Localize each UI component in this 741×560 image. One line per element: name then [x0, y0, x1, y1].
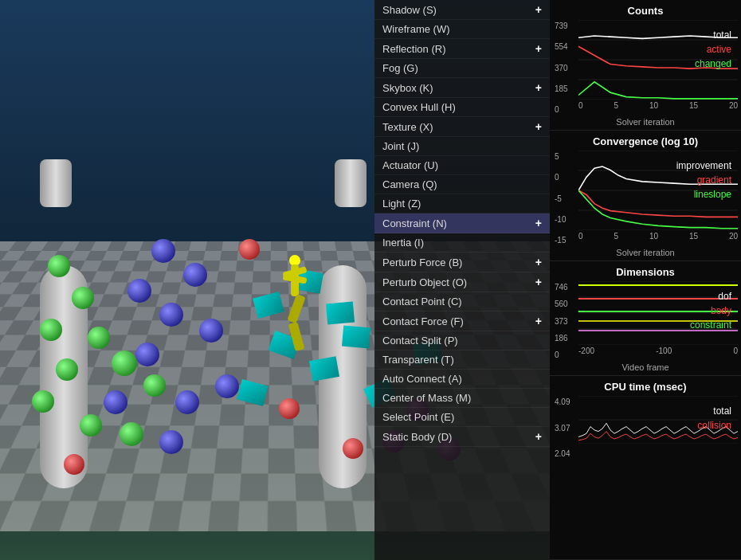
menu-item-texture--x-[interactable]: Texture (X)+	[374, 117, 550, 137]
counts-chart-section: Counts 739 554 370 185 0	[550, 0, 741, 131]
sphere-blue-2	[183, 263, 207, 287]
counts-x-axis: 0 5 10 15 20	[578, 101, 738, 116]
display-menu: Shadow (S)+Wireframe (W)Reflection (R)+F…	[374, 0, 550, 560]
menu-item-wireframe--w-[interactable]: Wireframe (W)	[374, 20, 550, 39]
menu-item-contact-force--f-[interactable]: Contact Force (F)+	[374, 311, 550, 331]
sphere-blue-7	[104, 390, 127, 414]
menu-item-actuator--u-[interactable]: Actuator (U)	[374, 156, 550, 175]
convergence-x-axis: 0 5 10 15 20	[578, 232, 738, 246]
cpu-chart-section: CPU time (msec) 4.09 3.07 2.04 total	[550, 376, 741, 560]
box-teal-8	[237, 379, 269, 406]
dimensions-chart-inner: dof body constraint	[578, 281, 738, 345]
sphere-blue-3	[127, 279, 151, 303]
menu-item-contact-point--c-[interactable]: Contact Point (C)	[374, 292, 550, 311]
menu-item-reflection--r-[interactable]: Reflection (R)+	[374, 39, 550, 59]
sphere-green-5	[56, 358, 78, 381]
right-panel: Counts 739 554 370 185 0	[550, 0, 741, 560]
sphere-red-2	[64, 454, 84, 475]
counts-chart-area: 739 554 370 185 0	[553, 20, 738, 116]
counts-chart-inner: total active changed	[578, 20, 738, 100]
menu-item-inertia--i-[interactable]: Inertia (I)	[374, 233, 550, 253]
viewport: Shadow (S)+Wireframe (W)Reflection (R)+F…	[0, 0, 550, 560]
sphere-green-6	[112, 350, 137, 376]
sphere-blue-8	[175, 390, 199, 414]
dimensions-title: Dimensions	[550, 264, 741, 281]
menu-item-select-point--e-[interactable]: Select Point (E)	[374, 408, 550, 427]
sphere-blue-4	[159, 303, 183, 327]
convergence-y-axis: 5 0 -5 -10 -15	[553, 151, 578, 246]
box-teal-3	[326, 302, 355, 325]
sphere-blue-10	[159, 430, 183, 454]
menu-item-convex-hull--h-[interactable]: Convex Hull (H)	[374, 98, 550, 117]
cpu-title: CPU time (msec)	[550, 379, 741, 396]
sphere-green-3	[40, 319, 62, 341]
sphere-blue-9	[215, 374, 239, 398]
counts-title: Counts	[550, 3, 741, 20]
cpu-y-axis: 4.09 3.07 2.04	[553, 396, 578, 460]
convergence-legend: improvement gradient lineslope	[676, 159, 731, 202]
sphere-green-10	[120, 422, 143, 446]
dimensions-x-label: Video frame	[550, 361, 741, 374]
menu-item-transparent--t-[interactable]: Transparent (T)	[374, 350, 550, 370]
cpu-legend: total collision	[697, 404, 731, 433]
sphere-green-7	[143, 374, 166, 397]
sphere-red-1	[239, 239, 260, 260]
menu-item-camera--q-[interactable]: Camera (Q)	[374, 175, 550, 194]
cpu-chart-inner: total collision	[578, 396, 738, 444]
menu-item-perturb-force--b-[interactable]: Perturb Force (B)+	[374, 253, 550, 272]
sphere-blue-1	[151, 239, 175, 263]
sphere-green-1	[48, 255, 70, 277]
dimensions-chart-area: 746 560 373 186 0	[553, 281, 738, 361]
convergence-chart-section: Convergence (log 10) 5 0 -5 -10 -15	[550, 131, 741, 261]
menu-item-fog--g-[interactable]: Fog (G)	[374, 59, 550, 78]
menu-item-perturb-object--o-[interactable]: Perturb Object (O)+	[374, 272, 550, 292]
cpu-chart-area: 4.09 3.07 2.04 total collision	[553, 396, 738, 460]
sphere-green-4	[88, 327, 110, 349]
sphere-green-8	[32, 390, 54, 413]
sphere-blue-5	[199, 319, 223, 343]
sphere-green-2	[72, 287, 94, 309]
dimensions-y-axis: 746 560 373 186 0	[553, 281, 578, 361]
sphere-red-4	[279, 398, 300, 419]
menu-item-joint--j-[interactable]: Joint (J)	[374, 137, 550, 156]
convergence-x-label: Solver iteration	[550, 246, 741, 259]
box-teal-6	[342, 326, 370, 349]
counts-x-label: Solver iteration	[550, 116, 741, 128]
menu-item-center-of-mass--m-[interactable]: Center of Mass (M)	[374, 389, 550, 408]
menu-item-skybox--k-[interactable]: Skybox (K)+	[374, 78, 550, 98]
dimensions-chart-section: Dimensions 746 560 373 186 0	[550, 261, 741, 376]
convergence-chart-area: 5 0 -5 -10 -15	[553, 151, 738, 246]
menu-item-light--z-[interactable]: Light (Z)	[374, 194, 550, 213]
dimensions-x-axis: -200 -100 0	[578, 347, 738, 361]
dimensions-legend: dof body constraint	[690, 289, 731, 332]
counts-y-axis: 739 554 370 185 0	[553, 20, 578, 116]
menu-item-static-body--d-[interactable]: Static Body (D)+	[374, 427, 550, 447]
menu-item-contact-split--p-[interactable]: Contact Split (P)	[374, 331, 550, 350]
sphere-blue-6	[135, 343, 159, 366]
menu-item-auto-connect--a-[interactable]: Auto Connect (A)	[374, 370, 550, 389]
counts-legend: total active changed	[695, 28, 731, 71]
menu-item-constraint--n-[interactable]: Constraint (N)+	[374, 213, 550, 233]
convergence-chart-inner: improvement gradient lineslope	[578, 151, 738, 230]
sphere-red-3	[343, 438, 363, 459]
sphere-green-9	[80, 414, 102, 437]
ragdoll-figure	[271, 255, 319, 398]
convergence-title: Convergence (log 10)	[550, 134, 741, 151]
menu-item-shadow--s-[interactable]: Shadow (S)+	[374, 0, 550, 20]
